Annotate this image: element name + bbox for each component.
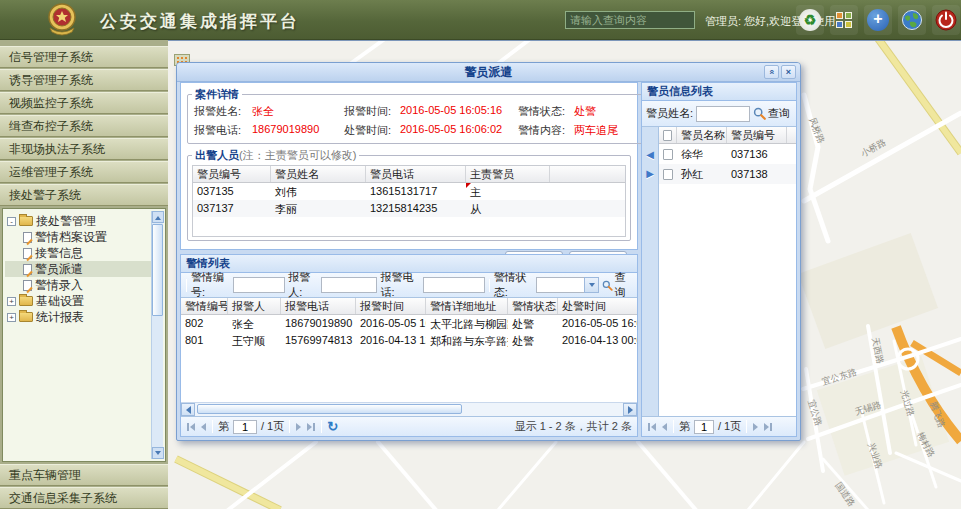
sidebar-item-guidance[interactable]: 诱导管理子系统 [0,69,168,91]
scrollbar-thumb[interactable] [152,224,163,316]
select-all-checkbox[interactable] [659,127,677,143]
prev-page-button[interactable] [200,422,207,432]
caller-phone-input[interactable] [423,277,485,293]
table-row[interactable]: 801 王守顺 15769974813 2016-04-13 12:... 郑和… [181,332,637,349]
page-suffix: / 1页 [261,419,284,434]
alert-status-select[interactable] [536,277,599,293]
dispatch-dialog: 警员派遣 « × 案件详情 报警姓名: 张全 报警时间: 2016-05-05 … [176,62,801,441]
sidebar-item-signal[interactable]: 信号管理子系统 [0,46,168,68]
transfer-right-icon[interactable]: ▶ [646,168,654,179]
column-header[interactable]: 报警时间 [356,298,426,314]
row-checkbox[interactable] [659,167,677,182]
column-header-sorted[interactable]: 警情编号 [181,298,228,314]
collapse-icon[interactable]: - [7,217,16,226]
sidebar-item-video[interactable]: 视频监控子系统 [0,92,168,114]
column-header[interactable]: 主责警员 [466,166,550,182]
sidebar-item-traffic-collect[interactable]: 交通信息采集子系统 [0,487,168,509]
tree-node-alarm-info[interactable]: 接警信息 [5,245,163,261]
officer-filter-toolbar: 警员姓名: 查询 [642,101,796,127]
chevron-down-icon[interactable] [584,277,599,293]
horizontal-scrollbar[interactable] [181,402,637,416]
page-icon [23,280,32,291]
column-header[interactable]: 警员电话 [366,166,466,182]
cell-editable[interactable]: 从 [466,200,550,217]
row-checkbox[interactable] [659,147,677,162]
tree-node-basic-setting[interactable]: + 基础设置 [5,293,163,309]
first-page-button[interactable] [186,422,196,432]
alert-search-button[interactable]: 查询 [602,270,633,300]
next-page-button[interactable] [295,422,302,432]
cell: 处警 [508,315,558,332]
transfer-left-icon[interactable]: ◀ [646,149,654,160]
recycle-icon[interactable]: ♻ [796,5,824,35]
next-page-button[interactable] [752,422,759,432]
page-icon [23,232,32,243]
expand-icon[interactable]: + [7,313,16,322]
scroll-left-icon[interactable] [181,403,195,416]
column-header[interactable]: 报警电话 [281,298,356,314]
caller-name-input[interactable] [321,277,377,293]
close-dialog-icon[interactable]: × [781,65,796,79]
collapse-dialog-icon[interactable]: « [764,65,779,79]
cell-editable[interactable]: 主 [466,183,550,200]
table-row[interactable]: 徐华 037136 [659,144,796,164]
globe-icon[interactable] [898,5,926,35]
officer-grid: 警员名称 警员编号 徐华 037136 孙红 037138 [659,127,796,416]
tree-node-stat-report[interactable]: + 统计报表 [5,309,163,325]
sidebar-item-dispatch-system[interactable]: 接处警子系统 [0,184,168,206]
tree-node-label: 统计报表 [36,309,84,326]
sidebar-item-checkcontrol[interactable]: 缉查布控子系统 [0,115,168,137]
recycle-glyph: ♻ [799,9,821,31]
header-search-input[interactable] [565,11,695,29]
page-number-input[interactable] [233,420,257,434]
table-row[interactable]: 037137 李丽 13215814235 从 [193,200,625,217]
tree-node-archive-setting[interactable]: 警情档案设置 [5,229,163,245]
tree-node-officer-dispatch[interactable]: 警员派遣 [5,261,163,277]
column-header[interactable]: 警情状态 [508,298,558,314]
column-header[interactable]: 警情详细地址 [426,298,508,314]
scroll-up-icon[interactable] [152,211,164,223]
column-header[interactable]: 警员名称 [677,127,727,143]
apps-grid-icon[interactable] [830,5,858,35]
prev-page-button[interactable] [661,422,668,432]
table-row[interactable]: 孙红 037138 [659,164,796,184]
officer-name-input[interactable] [696,106,750,122]
officer-search-button[interactable]: 查询 [753,106,790,121]
cell: 037138 [727,166,787,182]
refresh-icon[interactable]: ↻ [327,421,338,433]
field-label: 警情内容: [518,123,574,138]
page-number-input[interactable] [694,420,714,434]
sidebar-item-key-vehicle[interactable]: 重点车辆管理 [0,464,168,486]
tree-scrollbar[interactable] [151,211,163,459]
table-row[interactable]: 037135 刘伟 13615131717 主 [193,183,625,200]
sidebar-item-offsite[interactable]: 非现场执法子系统 [0,138,168,160]
page-prefix: 第 [218,419,229,434]
cell: 037136 [727,146,787,162]
tree-node-dispatch-mgmt[interactable]: - 接处警管理 [5,213,163,229]
column-header[interactable]: 警员编号 [727,127,787,143]
cell: 2016-05-05 16:06... [558,315,637,332]
expand-icon[interactable]: + [7,297,16,306]
cell: 802 [181,315,228,332]
sidebar-item-ops[interactable]: 运维管理子系统 [0,161,168,183]
last-page-button[interactable] [763,422,773,432]
dispatch-fieldset: 出警人员(注：主责警员可以修改) 警员编号 警员姓名 警员电话 主责警员 037… [187,148,631,241]
scroll-right-icon[interactable] [623,403,637,416]
first-page-button[interactable] [647,422,657,432]
cell: 13215814235 [366,200,466,217]
last-page-button[interactable] [306,422,316,432]
table-row[interactable]: 802 张全 18679019890 2016-05-05 16:... 太平北… [181,315,637,332]
scroll-down-icon[interactable] [152,447,164,459]
tree-node-alert-entry[interactable]: 警情录入 [5,277,163,293]
dialog-titlebar[interactable]: 警员派遣 « × [177,63,800,82]
page-icon [23,264,32,275]
column-header[interactable]: 处警时间 [558,298,637,314]
scrollbar-thumb[interactable] [197,404,462,414]
column-header[interactable]: 警员姓名 [271,166,366,182]
dialog-title: 警员派遣 [177,63,800,81]
column-header[interactable]: 警员编号 [193,166,271,182]
add-icon[interactable]: + [864,5,892,35]
power-icon[interactable] [932,5,960,35]
alert-id-input[interactable] [233,277,285,293]
column-header[interactable]: 报警人 [228,298,281,314]
